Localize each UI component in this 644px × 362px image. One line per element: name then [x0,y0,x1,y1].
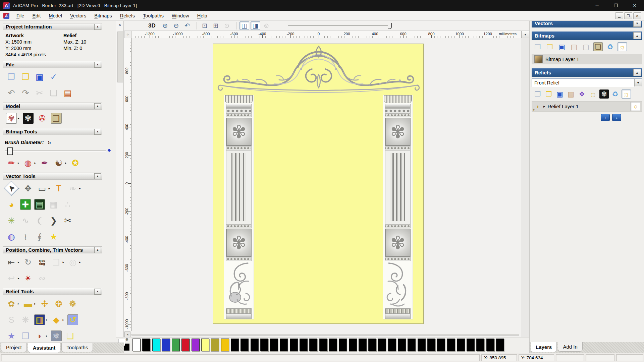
face-wizard-icon[interactable]: ❅ [51,330,62,341]
bitmaps-header[interactable]: Bitmaps ▲ [532,32,642,40]
delete-relief-layer-icon[interactable]: ♻ [610,89,620,99]
zoom-slider[interactable] [288,22,392,29]
palette-swatch[interactable] [418,339,426,351]
palette-swatch[interactable] [349,339,357,351]
section-header-project-information[interactable]: Project Information ▲ [3,23,102,30]
clipart-library-icon[interactable]: ❏ [51,113,62,124]
palette-swatch[interactable] [142,339,150,351]
mdi-minimize-button[interactable]: ▁ [615,12,623,19]
setup-lighting-icon[interactable]: ✇ [37,113,48,124]
delete-bitmap-layer-icon[interactable]: ♻ [605,42,615,51]
load-relief-layer-icon[interactable]: ❒ [544,89,553,99]
close-button[interactable]: ✕ [625,0,644,11]
arrange-text-icon[interactable]: ▤ [34,199,45,210]
palette-swatch[interactable] [201,339,209,351]
mirror-vectors-icon[interactable]: ∮ [34,231,45,242]
scroll-left-icon[interactable]: ◂ [124,331,130,338]
fillet-corners-icon[interactable]: ❯ [48,215,59,226]
open-model-icon[interactable]: ❒ [20,71,31,82]
palette-swatch[interactable] [467,339,475,351]
scan-image-icon[interactable]: ▤ [569,42,579,51]
flyout-arrow-icon[interactable]: ▸ [18,260,19,264]
invert-relief-layer-icon[interactable]: ✾ [599,89,609,99]
save-bitmap-layer-icon[interactable]: ▣ [557,42,567,51]
flood-fill-icon[interactable]: ◍ [23,158,34,168]
layer-visibility-bulb-icon[interactable]: ☼ [631,102,640,111]
view-3d-button[interactable]: 3D [148,22,156,29]
paste-relief-icon[interactable]: ★ [6,330,17,341]
menu-bitmaps[interactable]: Bitmaps [90,12,116,19]
turn-relief-icon[interactable]: ❂ [53,298,64,309]
brush-diameter-slider[interactable] [5,147,110,154]
palette-swatch[interactable] [162,339,170,351]
trim-vectors-scissors-icon[interactable]: ✂ [62,215,73,226]
palette-swatch[interactable] [339,339,347,351]
load-bitmap-layer-icon[interactable]: ❒ [545,42,554,51]
flyout-arrow-icon[interactable]: ▸ [18,161,19,165]
palette-swatch[interactable] [132,339,141,351]
palette-swatch[interactable] [437,339,445,351]
flyout-arrow-icon[interactable]: ▸ [63,318,64,321]
collapse-arrow-icon[interactable]: ▲ [94,24,101,30]
flyout-arrow-icon[interactable]: ▸ [63,260,64,264]
section-header-bitmap-tools[interactable]: Bitmap Tools ▲ [3,128,102,135]
palette-swatch[interactable] [457,339,465,351]
texture-roller-icon[interactable]: ❒ [20,330,31,341]
menu-file[interactable]: File [12,12,28,19]
colour-palette-icon[interactable]: ☯ [53,158,64,168]
flyout-arrow-icon[interactable]: ▸ [46,334,48,338]
palette-swatch[interactable] [496,339,504,351]
palette-swatch[interactable] [309,339,317,351]
slider-track[interactable] [5,150,106,151]
create-text-icon[interactable]: T [53,183,64,194]
flyout-arrow-icon[interactable]: ▸ [79,187,81,190]
ruler-options-button[interactable]: ▾ [521,31,529,38]
collapse-arrow-icon[interactable]: ▲ [94,103,101,109]
create-polyline-icon[interactable]: ≀ [20,231,31,242]
reliefs-header[interactable]: Reliefs ▲ [532,68,642,77]
maximize-button[interactable]: ❐ [606,0,625,11]
save-model-icon[interactable]: ▣ [34,71,45,82]
blank-bitmap-layer-icon[interactable]: ▢ [581,42,591,51]
page-tab-project[interactable]: Project [1,343,27,352]
flyout-arrow-icon[interactable]: ▸ [18,117,19,120]
menu-toolpaths[interactable]: Toolpaths [139,12,168,19]
menu-vectors[interactable]: Vectors [66,12,90,19]
scan-relief-icon[interactable]: ▤ [566,89,576,99]
palette-swatch[interactable] [378,339,386,351]
flyout-arrow-icon[interactable]: ▸ [35,161,36,165]
menu-edit[interactable]: Edit [28,12,45,19]
wood-grain-icon[interactable]: ◗ [34,330,45,341]
distort-envelope-icon[interactable]: ✴ [23,273,34,284]
canvas-horizontal-scrollbar[interactable]: ◂ [124,331,521,337]
model-properties-icon[interactable]: ✓ [48,71,59,82]
vector-doctor-icon[interactable]: ✚ [20,199,31,210]
palette-swatch[interactable] [260,339,268,351]
palette-swatch[interactable] [221,339,229,351]
section-header-position-combine-trim[interactable]: Position, Combine, Trim Vectors ▲ [3,246,102,253]
scrollbar-track[interactable] [131,334,519,336]
two-rail-sweep-icon[interactable]: ◆ [51,314,62,325]
panel-tab-add-in[interactable]: Add In [558,342,582,352]
paste-vector-icon[interactable]: ▤ [62,87,73,98]
flyout-arrow-icon[interactable]: ▸ [49,187,50,190]
snap-grid-toggle-icon[interactable]: ◫ [239,21,249,30]
undo-icon[interactable]: ↶ [6,87,17,98]
new-relief-layer-icon[interactable]: ❐ [533,89,542,99]
palette-swatch[interactable] [280,339,288,351]
flyout-arrow-icon[interactable]: ▸ [65,161,67,165]
colour-picker-icon[interactable]: ✒ [39,158,50,168]
palette-swatch[interactable] [211,339,219,351]
palette-swatch[interactable] [300,339,308,351]
move-layer-down-button[interactable]: ↓ [612,114,621,121]
highlight-relief-layer-icon[interactable]: ☼ [588,89,598,99]
flyout-arrow-icon[interactable]: ▸ [18,302,19,305]
relief-clipart-icon[interactable]: ✿ [6,298,17,309]
palette-swatch[interactable] [408,339,416,351]
new-bitmap-layer-icon[interactable]: ❐ [533,42,542,51]
palette-swatch[interactable] [181,339,190,351]
section-header-model[interactable]: Model ▲ [3,103,102,110]
palette-swatch[interactable] [447,339,455,351]
create-rectangle-icon[interactable]: ▭ [37,183,48,194]
zoom-slider-track[interactable] [288,25,388,26]
